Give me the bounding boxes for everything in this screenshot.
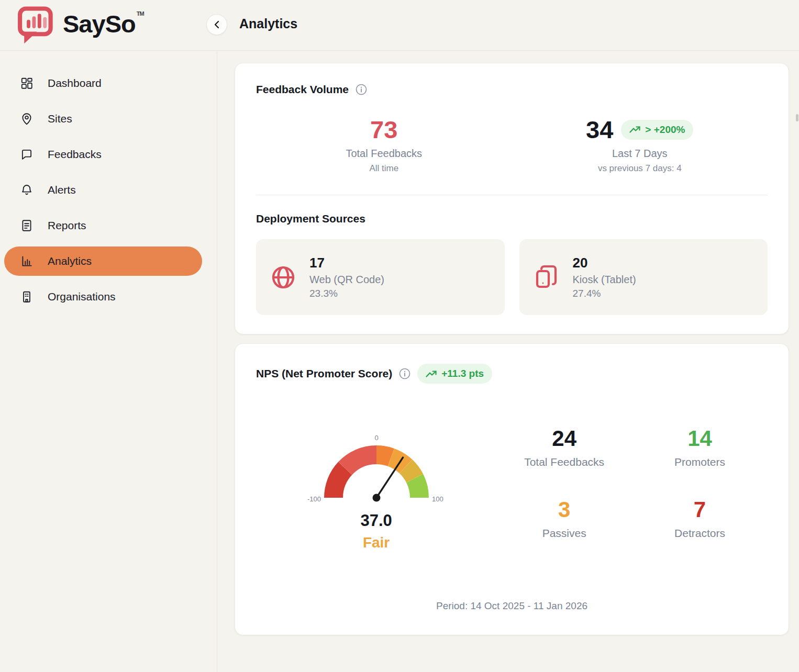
gauge-min-label: -100: [307, 495, 321, 503]
scrollbar-thumb[interactable]: [796, 114, 798, 121]
sayso-logo-icon: [16, 5, 57, 46]
trademark-symbol: TM: [137, 10, 144, 17]
sidebar-item-label: Feedbacks: [48, 148, 102, 161]
sidebar-item-label: Analytics: [48, 255, 92, 267]
last7-label: Last 7 Days: [512, 148, 768, 160]
sidebar-item-label: Reports: [48, 219, 86, 232]
globe-icon: [271, 265, 296, 290]
gauge-rating: Fair: [363, 534, 390, 551]
brand-name: SaySoTM: [63, 9, 144, 38]
map-pin-icon: [20, 112, 34, 126]
nps-detractors-value: 7: [632, 499, 768, 521]
dashboard-grid-icon: [20, 76, 34, 90]
nps-total-feedbacks: 24 Total Feedbacks: [496, 428, 632, 468]
document-icon: [20, 219, 34, 232]
gauge-max-label: 100: [432, 495, 443, 503]
sidebar-item-label: Dashboard: [48, 77, 102, 89]
total-feedbacks-sublabel: All time: [256, 163, 512, 174]
brand-logo: SaySoTM: [16, 5, 144, 46]
web-source-label: Web (QR Code): [309, 274, 384, 286]
kiosk-source-percent: 27.4%: [573, 288, 636, 299]
info-icon[interactable]: [356, 84, 367, 95]
sidebar-item-sites[interactable]: Sites: [4, 104, 202, 133]
source-tile-kiosk: 20 Kiosk (Tablet) 27.4%: [519, 239, 768, 315]
last7-sublabel: vs previous 7 days: 4: [512, 163, 768, 174]
feedback-volume-card: Feedback Volume 73 Total Feedbacks All t…: [235, 63, 789, 334]
last7-value: 34: [586, 117, 613, 142]
nps-gauge: -100 100 0 37.0 Fair: [256, 424, 496, 551]
nps-title: NPS (Net Promoter Score): [256, 367, 392, 380]
nps-total-label: Total Feedbacks: [496, 456, 632, 468]
bar-chart-icon: [20, 254, 34, 268]
sidebar-item-dashboard[interactable]: Dashboard: [4, 69, 202, 98]
kiosk-source-label: Kiosk (Tablet): [573, 274, 636, 286]
page-title: Analytics: [239, 16, 297, 31]
sidebar-item-label: Sites: [48, 113, 72, 125]
sidebar-item-label: Organisations: [48, 290, 116, 303]
sidebar-item-alerts[interactable]: Alerts: [4, 175, 202, 205]
web-source-percent: 23.3%: [309, 288, 384, 299]
nps-detractors: 7 Detractors: [632, 499, 768, 540]
nps-period: Period: 14 Oct 2025 - 11 Jan 2026: [256, 600, 768, 612]
nps-detractors-label: Detractors: [632, 527, 768, 540]
total-feedbacks-value: 73: [256, 117, 512, 142]
deployment-sources-title: Deployment Sources: [256, 212, 768, 225]
bell-icon: [20, 183, 34, 197]
nps-trend-badge: +11.3 pts: [417, 364, 492, 384]
chat-bubble-icon: [20, 148, 34, 161]
sidebar-item-organisations[interactable]: Organisations: [4, 282, 202, 311]
app-header: SaySoTM Analytics: [0, 0, 799, 51]
trend-up-icon: [426, 370, 437, 378]
nps-promoters-value: 14: [632, 428, 768, 450]
back-button[interactable]: [206, 14, 227, 35]
building-icon: [20, 290, 34, 304]
sidebar-item-reports[interactable]: Reports: [4, 211, 202, 240]
gauge-zero-label: 0: [374, 434, 378, 442]
nps-passives-value: 3: [496, 499, 632, 521]
nps-total-value: 24: [496, 428, 632, 450]
info-icon[interactable]: [399, 368, 410, 379]
total-feedbacks-stat: 73 Total Feedbacks All time: [256, 117, 512, 174]
nps-trend-badge-text: +11.3 pts: [441, 368, 484, 379]
nps-passives: 3 Passives: [496, 499, 632, 540]
trend-badge: > +200%: [621, 120, 693, 140]
feedback-volume-title: Feedback Volume: [256, 83, 349, 96]
nps-promoters-label: Promoters: [632, 456, 768, 468]
gauge-chart: -100 100 0: [298, 424, 455, 513]
source-tile-web: 17 Web (QR Code) 23.3%: [256, 239, 505, 315]
nps-stats-grid: 24 Total Feedbacks 14 Promoters 3 Passiv…: [496, 424, 768, 551]
sidebar-item-analytics[interactable]: Analytics: [4, 247, 202, 276]
total-feedbacks-label: Total Feedbacks: [256, 148, 512, 160]
kiosk-source-value: 20: [573, 255, 636, 271]
last7-stat: 34 > +200% Last 7 Days vs previous 7 day…: [512, 117, 768, 174]
web-source-value: 17: [309, 255, 384, 271]
sidebar-item-feedbacks[interactable]: Feedbacks: [4, 140, 202, 169]
main-content: Feedback Volume 73 Total Feedbacks All t…: [217, 51, 799, 672]
chevron-left-icon: [213, 20, 220, 29]
nps-card: NPS (Net Promoter Score) +11.3 pts -100 …: [235, 343, 789, 635]
gauge-value: 37.0: [360, 511, 392, 530]
sidebar-item-label: Alerts: [48, 184, 76, 196]
nps-passives-label: Passives: [496, 527, 632, 540]
nps-promoters: 14 Promoters: [632, 428, 768, 468]
tablet-icon: [534, 265, 559, 290]
sidebar-nav: Dashboard Sites Feedbacks Alerts Reports…: [0, 51, 217, 672]
trend-up-icon: [629, 126, 641, 133]
trend-badge-text: > +200%: [645, 124, 685, 136]
